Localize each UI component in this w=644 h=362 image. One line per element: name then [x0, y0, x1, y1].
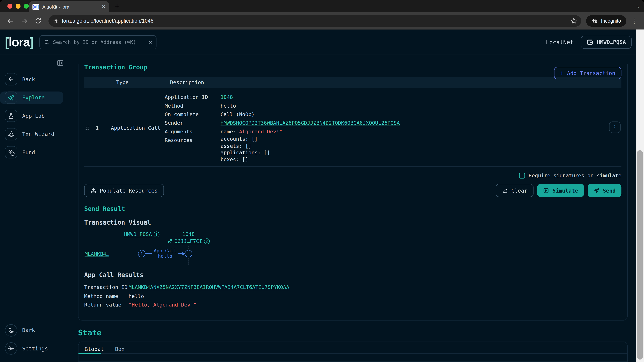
- new-tab-button[interactable]: +: [115, 2, 119, 11]
- search-input[interactable]: [53, 39, 146, 45]
- transaction-fields: Application ID1048 Methodhello On comple…: [165, 93, 621, 163]
- scrollbar-thumb[interactable]: [637, 150, 643, 360]
- wizard-hat-icon: [5, 128, 17, 140]
- reload-icon[interactable]: [33, 15, 44, 26]
- sidebar: Back Explore App Lab: [0, 55, 68, 362]
- browser-tab[interactable]: [ak] AlgoKit - lora ✕: [29, 1, 109, 12]
- simulate-button[interactable]: Simulate: [537, 184, 584, 197]
- bookmark-star-icon[interactable]: [570, 17, 577, 24]
- column-description: Description: [170, 79, 621, 85]
- add-transaction-button[interactable]: + Add Transaction: [554, 67, 622, 79]
- row-index: 1: [96, 125, 111, 131]
- transaction-visual-graph: HMWD…PQSA 1 1048 O6JJ…F7CI 2: [84, 230, 621, 267]
- lora-logo[interactable]: [lora]: [5, 35, 33, 49]
- tab-global[interactable]: Global: [84, 346, 104, 353]
- group-link-icon: [167, 239, 173, 244]
- on-complete-value: Call (NoOp): [220, 110, 254, 118]
- sidebar-item-dark-mode[interactable]: Dark: [0, 324, 63, 336]
- field-label: Application ID: [165, 93, 220, 101]
- graph-transaction-link[interactable]: MLAMKB4…: [84, 251, 109, 257]
- resources-value: accounts: [] assets: [] applications: []…: [220, 136, 270, 163]
- send-button[interactable]: Send: [588, 184, 622, 197]
- page-scrollbar[interactable]: [636, 29, 644, 362]
- tab-title: AlgoKit - lora: [42, 4, 98, 9]
- sidebar-item-label: Settings: [22, 346, 48, 352]
- result-label: Method name: [84, 292, 128, 301]
- forward-icon[interactable]: [19, 15, 30, 26]
- graph-group-link[interactable]: O6JJ…F7CI: [174, 238, 202, 244]
- simulate-signature-option: Require signatures on simulate: [84, 172, 621, 179]
- close-window-button[interactable]: [8, 4, 12, 8]
- graph-target-node[interactable]: [185, 250, 192, 257]
- eraser-icon: [502, 187, 508, 194]
- graph-group-badge: 2: [204, 238, 210, 244]
- tab-search-icon[interactable]: ⌄: [637, 3, 640, 8]
- wallet-icon: [586, 38, 593, 45]
- main-content: Transaction Group + Add Transaction Type…: [78, 55, 628, 362]
- minimize-window-button[interactable]: [16, 4, 20, 8]
- tab-close-icon[interactable]: ✕: [102, 4, 106, 9]
- zoom-window-button[interactable]: [24, 4, 29, 8]
- search-clear-icon[interactable]: ✕: [149, 39, 152, 45]
- sidebar-item-settings[interactable]: Settings: [0, 342, 63, 355]
- sidebar-item-label: App Lab: [22, 113, 44, 119]
- sidebar-item-fund[interactable]: Fund: [0, 146, 63, 158]
- app-call-results: Transaction IDMLAMKB4ANXZ5NA2XY7ZNF3EAIR…: [84, 283, 621, 309]
- url-text[interactable]: lora.algokit.io/localnet/application/104…: [62, 18, 567, 24]
- sidebar-item-label: Explore: [22, 94, 44, 100]
- sidebar-item-back[interactable]: Back: [0, 73, 63, 85]
- flask-icon: [5, 110, 17, 122]
- play-square-icon: [543, 187, 549, 194]
- transaction-group-title: Transaction Group: [84, 64, 621, 71]
- browser-menu-icon[interactable]: ⋮: [630, 17, 639, 25]
- state-table-header: Key Type Value: [78, 361, 627, 362]
- sidebar-item-label: Fund: [22, 149, 35, 155]
- send-plane-icon: [593, 187, 600, 194]
- back-icon[interactable]: [5, 15, 16, 26]
- sidebar-item-app-lab[interactable]: App Lab: [0, 110, 63, 122]
- search-icon: [44, 39, 50, 45]
- clear-button[interactable]: Clear: [496, 184, 534, 197]
- state-title: State: [78, 328, 628, 337]
- graph-account-link[interactable]: HMWD…PQSA: [124, 231, 152, 237]
- send-result-title: Send Result: [84, 205, 621, 213]
- column-type: Type: [116, 79, 170, 85]
- coins-icon: [5, 146, 17, 158]
- application-id-link[interactable]: 1048: [220, 93, 233, 101]
- sidebar-item-label: Dark: [22, 327, 35, 333]
- wallet-button[interactable]: HMWD…PQSA: [580, 35, 632, 49]
- transaction-id-link[interactable]: MLAMKB4ANXZ5NA2XY7ZNF3EAIROHVWPAB4A7CLT6…: [129, 283, 289, 292]
- incognito-icon: [592, 17, 598, 24]
- graph-edge-label: App Call hello: [152, 248, 178, 259]
- arrow-left-icon: [5, 73, 17, 85]
- row-menu-button[interactable]: ⋮: [609, 121, 621, 133]
- sender-link[interactable]: HMWDSHQCOPD2T36WBAHLAZ6PO5GDJJZBN4D2TODK…: [220, 119, 400, 127]
- graph-app-link[interactable]: 1048: [182, 231, 195, 237]
- sidebar-collapse-icon[interactable]: [57, 59, 64, 66]
- browser-window: [ak] AlgoKit - lora ✕ + ⌄ lora.algokit.i…: [0, 0, 644, 362]
- incognito-badge: Incognito: [586, 15, 626, 27]
- sidebar-item-label: Txn Wizard: [22, 131, 54, 137]
- browser-toolbar: lora.algokit.io/localnet/application/104…: [0, 12, 644, 29]
- transaction-group-card: Transaction Group + Add Transaction Type…: [78, 64, 628, 321]
- transaction-visual-title: Transaction Visual: [84, 219, 621, 226]
- field-label: Method: [165, 101, 220, 110]
- app-call-results-title: App Call Results: [84, 271, 621, 279]
- state-tabs: Global Box: [78, 342, 627, 354]
- tab-box[interactable]: Box: [115, 346, 125, 353]
- address-bar[interactable]: lora.algokit.io/localnet/application/104…: [48, 15, 581, 27]
- plus-icon: +: [560, 69, 564, 77]
- search-box[interactable]: ✕: [40, 35, 156, 49]
- require-signatures-checkbox[interactable]: [519, 173, 525, 178]
- sidebar-item-explore[interactable]: Explore: [0, 91, 63, 104]
- transaction-row[interactable]: 1 Application Call Application ID1048 Me…: [84, 88, 621, 167]
- moon-icon: [5, 324, 17, 336]
- graph-source-node[interactable]: 1: [138, 250, 146, 257]
- site-settings-icon[interactable]: [52, 18, 59, 24]
- network-selector[interactable]: LocalNet: [546, 39, 574, 45]
- telescope-icon: [5, 91, 17, 104]
- drag-handle-icon[interactable]: [84, 125, 96, 131]
- sidebar-item-txn-wizard[interactable]: Txn Wizard: [0, 128, 63, 140]
- populate-resources-button[interactable]: Populate Resources: [84, 184, 164, 197]
- transaction-table-header: Type Description: [84, 77, 621, 88]
